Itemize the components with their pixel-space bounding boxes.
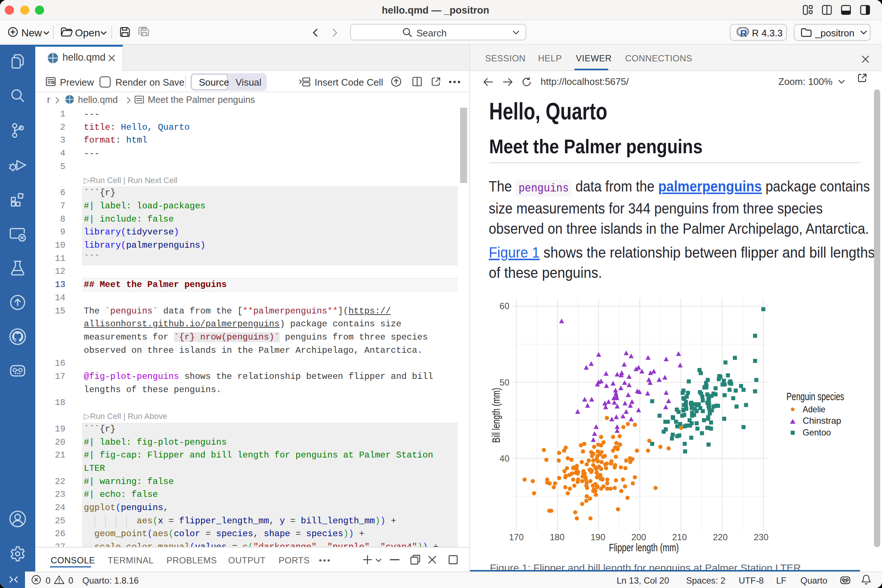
svg-text:170: 170 <box>509 532 524 542</box>
svg-text:190: 190 <box>591 532 605 542</box>
svg-text:Chinstrap: Chinstrap <box>802 416 841 426</box>
svg-text:40: 40 <box>500 453 509 464</box>
svg-text:Penguin species: Penguin species <box>786 391 844 402</box>
svg-text:Gentoo: Gentoo <box>802 428 831 437</box>
svg-text:230: 230 <box>754 532 768 542</box>
svg-text:200: 200 <box>632 532 646 542</box>
svg-text:R: R <box>740 28 747 38</box>
svg-text:Flipper length (mm): Flipper length (mm) <box>609 542 679 554</box>
svg-text:60: 60 <box>500 301 509 311</box>
svg-text:210: 210 <box>672 532 687 542</box>
svg-text:Bill length (mm): Bill length (mm) <box>490 388 502 443</box>
svg-text:220: 220 <box>713 532 728 542</box>
svg-text:Adelie: Adelie <box>802 404 825 414</box>
svg-text:180: 180 <box>550 532 564 542</box>
svg-text:50: 50 <box>500 377 509 387</box>
